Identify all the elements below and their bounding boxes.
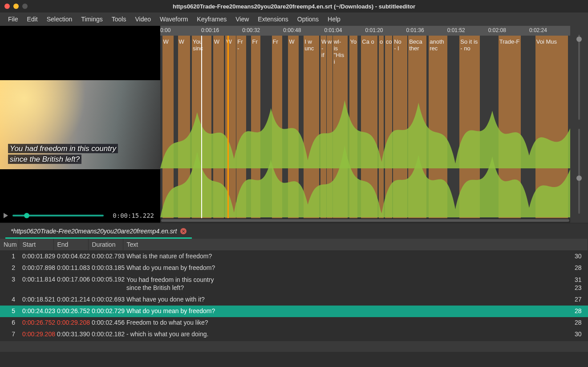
waveform-selection-marker[interactable] xyxy=(227,36,229,218)
waveform-block[interactable]: Trade-F xyxy=(499,36,521,218)
waveform-block[interactable]: W xyxy=(213,36,224,218)
waveform-block[interactable]: Fr xyxy=(251,36,260,218)
menu-options[interactable]: Options xyxy=(293,13,323,25)
waveform-block[interactable]: W xyxy=(288,36,299,218)
col-text[interactable]: Text xyxy=(123,239,588,251)
table-row[interactable]: 10:00:01.8290:00:04.6220:00:02.793What i… xyxy=(0,251,588,262)
waveform-block[interactable]: w xyxy=(327,36,333,218)
waveform-playhead[interactable] xyxy=(201,36,202,218)
table-row[interactable]: 40:00:18.5210:00:21.2140:00:02.693What h… xyxy=(0,294,588,306)
time-tick: 0:01:04 xyxy=(324,27,342,33)
waveform-time-ruler[interactable]: 0:000:00:160:00:320:00:480:01:040:01:200… xyxy=(160,26,570,36)
titlebar: https0620Trade-Free20means20you20are20fr… xyxy=(0,0,588,12)
col-num[interactable]: Num xyxy=(0,239,19,251)
waveform-block[interactable]: Yo xyxy=(349,36,357,218)
waveform-block[interactable]: W- if xyxy=(320,36,326,218)
waveform-block[interactable]: Ca o xyxy=(361,36,377,218)
time-tick: 0:00:32 xyxy=(242,27,260,33)
close-tab-icon[interactable]: ✕ xyxy=(180,228,187,234)
waveform-block[interactable]: wl- is"His i xyxy=(333,36,348,218)
menu-help[interactable]: Help xyxy=(323,13,345,25)
waveform-block[interactable]: So it is- no xyxy=(459,36,480,218)
waveform-block[interactable]: Voi Mus xyxy=(535,36,568,218)
maximize-window-icon[interactable] xyxy=(22,4,28,9)
waveform-block[interactable]: No- I xyxy=(393,36,407,218)
table-row[interactable]: 50:00:24.0230:00:26.7520:00:02.729What d… xyxy=(0,306,588,317)
menu-waveform[interactable]: Waveform xyxy=(155,13,192,25)
waveform-block[interactable]: I wunc xyxy=(304,36,319,218)
menu-edit[interactable]: Edit xyxy=(23,13,42,25)
menu-view[interactable]: View xyxy=(231,13,253,25)
waveform-zoom-slider[interactable] xyxy=(578,35,580,120)
waveform-block[interactable]: W xyxy=(178,36,191,218)
menu-video[interactable]: Video xyxy=(130,13,155,25)
waveform-block[interactable]: W xyxy=(162,36,174,218)
waveform-block[interactable]: Fr- xyxy=(236,36,246,218)
waveform-scale-slider[interactable] xyxy=(578,129,580,214)
document-tab-label: *https0620Trade-Free20means20you20are20f… xyxy=(11,228,177,235)
menubar: File Edit Selection Timings Tools Video … xyxy=(0,12,588,26)
time-tick: 0:01:20 xyxy=(365,27,383,33)
col-start[interactable]: Start xyxy=(19,239,53,251)
col-end[interactable]: End xyxy=(53,239,88,251)
statusbar xyxy=(0,341,588,352)
table-row[interactable]: 20:00:07.8980:00:11.0830:00:03.185What d… xyxy=(0,262,588,274)
time-tick: 0:01:52 xyxy=(447,27,465,33)
video-timecode: 0:00:15.222 xyxy=(113,212,154,219)
menu-file[interactable]: File xyxy=(4,13,23,25)
waveform-block[interactable]: co xyxy=(385,36,393,218)
menu-extensions[interactable]: Extensions xyxy=(253,13,292,25)
menu-keyframes[interactable]: Keyframes xyxy=(192,13,231,25)
minimize-window-icon[interactable] xyxy=(13,4,19,9)
menu-tools[interactable]: Tools xyxy=(107,13,131,25)
time-tick: 0:00:16 xyxy=(201,27,219,33)
waveform-block[interactable]: W xyxy=(225,36,236,218)
time-tick: 0:00:48 xyxy=(283,27,301,33)
time-tick: 0:00 xyxy=(160,27,170,33)
waveform-block[interactable]: Becather xyxy=(408,36,426,218)
waveform-subtitle-blocks[interactable]: WWYousincWWFr-FrFrWI wuncW- ifwwl- is"Hi… xyxy=(160,36,570,218)
waveform-scrollbar[interactable] xyxy=(160,218,570,223)
waveform-canvas[interactable]: 0:000:00:160:00:320:00:480:01:040:01:200… xyxy=(160,26,570,223)
time-tick: 0:02:24 xyxy=(529,27,547,33)
waveform-block[interactable]: o xyxy=(379,36,384,218)
video-preview-pane: You had freedom in this country since th… xyxy=(0,26,160,223)
menu-timings[interactable]: Timings xyxy=(77,13,107,25)
table-row[interactable]: 60:00:26.7520:00:29.2080:00:02.456Freedo… xyxy=(0,317,588,329)
document-tab[interactable]: *https0620Trade-Free20means20you20are20f… xyxy=(5,224,192,239)
window-title: https0620Trade-Free20means20you20are20fr… xyxy=(0,3,588,10)
document-tabbar: *https0620Trade-Free20means20you20are20f… xyxy=(0,224,588,239)
waveform-pane: 0:000:00:160:00:320:00:480:01:040:01:200… xyxy=(160,26,588,223)
waveform-block[interactable]: Fr xyxy=(272,36,283,218)
time-tick: 0:02:08 xyxy=(488,27,506,33)
table-row[interactable]: 70:00:29.2080:00:31.3900:00:02.182- whic… xyxy=(0,329,588,340)
subtitle-table[interactable]: Num Start End Duration Text 10:00:01.829… xyxy=(0,239,588,341)
close-window-icon[interactable] xyxy=(4,4,10,9)
table-row[interactable]: 30:00:11.8140:00:17.0060:00:05.192You ha… xyxy=(0,274,588,294)
menu-selection[interactable]: Selection xyxy=(42,13,77,25)
play-button[interactable] xyxy=(4,213,8,218)
col-duration[interactable]: Duration xyxy=(88,239,123,251)
time-tick: 0:01:36 xyxy=(406,27,424,33)
seek-slider[interactable] xyxy=(12,215,104,216)
waveform-block[interactable]: anothrec xyxy=(429,36,447,218)
video-subtitle-overlay: You had freedom in this country since th… xyxy=(8,143,118,165)
